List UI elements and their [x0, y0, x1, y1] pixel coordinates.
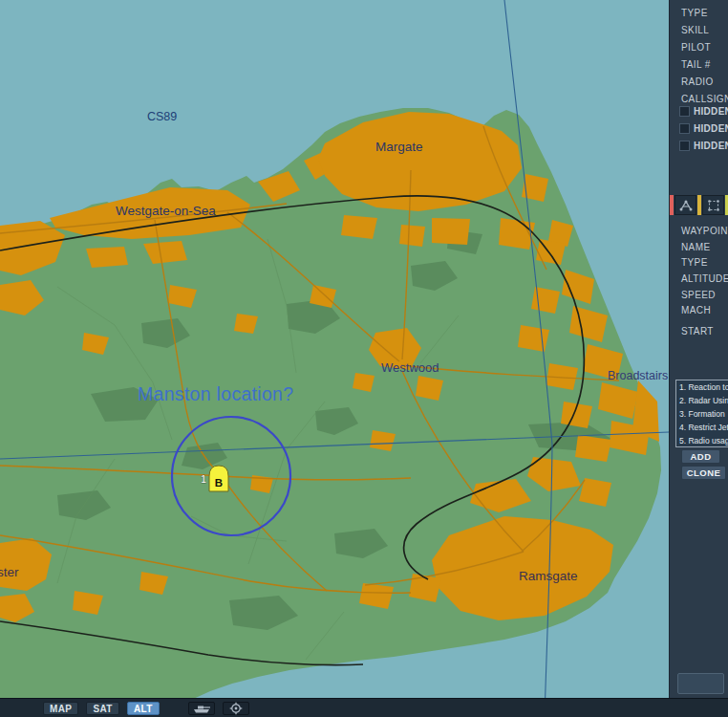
route-tool-tab[interactable] [674, 195, 696, 215]
action-item-1[interactable]: 1. Reaction to [676, 380, 728, 394]
field-label-mach: MACH [681, 305, 711, 315]
hidden-checkbox-3[interactable] [679, 141, 690, 151]
map-mode-bar: MAP SAT ALT [0, 698, 728, 717]
hidden-row-1: HIDDEN [679, 106, 728, 117]
field-label-callsign: CALLSIGN [681, 94, 728, 104]
hidden-label-3: HIDDEN [694, 141, 728, 151]
sidebar-footer-field[interactable] [677, 673, 724, 694]
select-tool-tab[interactable] [702, 195, 724, 215]
properties-panel: TYPE SKILL PILOT TAIL # RADIO CALLSIGN H… [669, 0, 728, 698]
map-graphics: 1 B [0, 0, 669, 717]
ground-units-toggle-button[interactable] [188, 702, 215, 715]
map-mode-button[interactable]: MAP [43, 702, 78, 715]
action-item-3[interactable]: 3. Formation [676, 407, 728, 421]
select-tab-accent [697, 195, 701, 215]
hidden-row-3: HIDDEN [679, 141, 728, 151]
hidden-checkbox-1[interactable] [679, 106, 690, 117]
field-label-speed: SPEED [681, 290, 716, 300]
hidden-label-2: HIDDEN [694, 123, 728, 134]
field-label-tail: TAIL # [681, 59, 711, 70]
field-label-skill: SKILL [681, 25, 709, 35]
field-label-pilot: PILOT [681, 42, 711, 53]
action-item-5[interactable]: 5. Radio usag [676, 434, 728, 447]
map-canvas[interactable]: 1 B CS89 Margate Westgate-on-Sea Westwoo… [0, 0, 669, 717]
settings-toggle-button[interactable] [223, 702, 249, 715]
field-label-name: NAME [681, 242, 711, 252]
route-icon [678, 198, 694, 213]
route-tab-accent [670, 195, 674, 215]
field-label-type: TYPE [681, 8, 708, 18]
field-label-radio: RADIO [681, 76, 714, 87]
add-button[interactable]: ADD [681, 449, 720, 464]
selection-box-icon [706, 198, 721, 213]
field-label-wp-type: TYPE [681, 257, 708, 268]
action-item-2[interactable]: 2. Radar Usin [676, 394, 728, 407]
hidden-checkbox-2[interactable] [679, 123, 690, 134]
clone-button[interactable]: CLONE [681, 466, 726, 480]
alt-mode-button[interactable]: ALT [127, 702, 160, 715]
advanced-actions-list: 1. Reaction to 2. Radar Usin 3. Formatio… [675, 380, 728, 447]
field-label-waypoint: WAYPOINT [681, 226, 728, 236]
field-label-start: START [681, 326, 714, 337]
field-label-altitude: ALTITUDE [681, 273, 728, 284]
tool-tabs [670, 195, 728, 215]
hidden-label-1: HIDDEN [694, 106, 728, 117]
hidden-row-2: HIDDEN [679, 123, 728, 134]
action-item-4[interactable]: 4. Restrict Jet [676, 421, 728, 434]
gear-icon [229, 702, 243, 715]
sat-mode-button[interactable]: SAT [86, 702, 118, 715]
marker-letter: B [215, 477, 223, 489]
tank-icon [191, 703, 212, 714]
waypoint-number: 1 [201, 473, 206, 485]
